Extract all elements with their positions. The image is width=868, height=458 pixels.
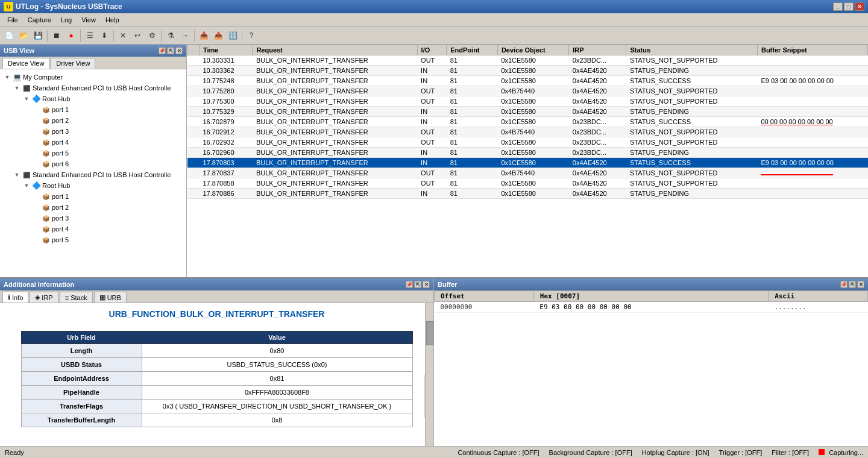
- table-row[interactable]: 17.870858BULK_OR_INTERRUPT_TRANSFEROUT81…: [187, 178, 868, 189]
- col-buf[interactable]: Buffer Snippet: [757, 45, 867, 55]
- table-cell: BULK_OR_INTERRUPT_TRANSFER: [253, 168, 417, 178]
- tree-item-pci2[interactable]: ▼ ⬛ Standard Enhanced PCI to USB Host Co…: [2, 169, 184, 180]
- table-row[interactable]: 17.870803BULK_OR_INTERRUPT_TRANSFERIN810…: [187, 158, 868, 168]
- table-row[interactable]: 16.702912BULK_OR_INTERRUPT_TRANSFEROUT81…: [187, 127, 868, 137]
- col-status[interactable]: Status: [626, 45, 758, 55]
- minimize-button[interactable]: _: [833, 2, 843, 11]
- table-row[interactable]: 17.870886BULK_OR_INTERRUPT_TRANSFERIN810…: [187, 189, 868, 199]
- table-cell: BULK_OR_INTERRUPT_TRANSFER: [253, 189, 417, 199]
- tree-item-port1-1[interactable]: 📦 port 1: [2, 104, 184, 115]
- tab-irp[interactable]: ◈ IRP: [30, 292, 58, 303]
- tab-stack[interactable]: ≡ Stack: [60, 292, 93, 303]
- table-cell: 10.303362: [200, 66, 253, 76]
- tab-info[interactable]: ℹ Info: [2, 292, 28, 303]
- menu-file[interactable]: File: [2, 15, 23, 25]
- tree-item-port2-4[interactable]: 📦 port 4: [2, 224, 184, 234]
- expand-icon: [31, 127, 41, 136]
- table-row[interactable]: 10.303331BULK_OR_INTERRUPT_TRANSFEROUT81…: [187, 55, 868, 66]
- maximize-button[interactable]: □: [844, 2, 854, 11]
- menu-view[interactable]: View: [77, 15, 101, 25]
- tree-item-port2-3[interactable]: 📦 port 3: [2, 213, 184, 224]
- buffer-content[interactable]: Offset Hex [0007] Ascii 00000000 E9 03 0…: [434, 290, 868, 446]
- arrow-button[interactable]: →: [178, 29, 192, 42]
- expand-icon[interactable]: ▼: [2, 72, 12, 82]
- info-pin-button[interactable]: 📌: [406, 281, 413, 288]
- table-row[interactable]: 16.702960BULK_OR_INTERRUPT_TRANSFERIN810…: [187, 148, 868, 158]
- record-button[interactable]: ●: [64, 29, 78, 42]
- info-scrollbar[interactable]: [425, 303, 433, 446]
- tree-item-port2-2[interactable]: 📦 port 2: [2, 202, 184, 213]
- delete-button[interactable]: ✕: [116, 29, 130, 42]
- col-devobj[interactable]: Device Object: [497, 45, 568, 55]
- info-value: 0x81: [142, 372, 412, 386]
- col-time[interactable]: Time: [200, 45, 253, 55]
- info-close-button[interactable]: ✕: [423, 281, 430, 288]
- table-row[interactable]: 10.775329BULK_OR_INTERRUPT_TRANSFERIN810…: [187, 107, 868, 117]
- col-request[interactable]: Request: [253, 45, 417, 55]
- col-endpoint[interactable]: EndPoint: [447, 45, 498, 55]
- expand-icon[interactable]: ▼: [22, 181, 31, 190]
- port-icon: 📦: [41, 149, 51, 157]
- help-button[interactable]: ?: [245, 29, 258, 42]
- undo-button[interactable]: ↩: [131, 29, 144, 42]
- table-row[interactable]: 17.870837BULK_OR_INTERRUPT_TRANSFEROUT81…: [187, 168, 868, 178]
- expand-icon[interactable]: ▼: [12, 83, 22, 93]
- scroll-thumb[interactable]: [426, 321, 433, 345]
- tree-item-port2-1[interactable]: 📦 port 1: [2, 191, 184, 202]
- buffer-close-button[interactable]: ✕: [857, 281, 864, 288]
- log-table: Time Request I/O EndPoint Device Object …: [187, 45, 868, 199]
- tree-item-port1-6[interactable]: 📦 port 6: [2, 158, 184, 169]
- tree-item-port1-4[interactable]: 📦 port 4: [2, 137, 184, 148]
- tree-item-label: Root Hub: [42, 182, 70, 189]
- table-row[interactable]: 16.702879BULK_OR_INTERRUPT_TRANSFERIN810…: [187, 117, 868, 127]
- tab-urb[interactable]: ▦ URB: [94, 292, 127, 303]
- info-button[interactable]: 🔢: [226, 29, 239, 42]
- tree-item-port1-2[interactable]: 📦 port 2: [2, 115, 184, 126]
- tree-item-port1-3[interactable]: 📦 port 3: [2, 126, 184, 137]
- expand-icon[interactable]: ▼: [22, 94, 31, 104]
- close-button[interactable]: ✕: [855, 2, 864, 11]
- list-button[interactable]: ☰: [83, 29, 96, 42]
- down-button[interactable]: ⬇: [98, 29, 111, 42]
- info-float-button[interactable]: ⇱: [414, 281, 421, 288]
- table-cell: [187, 96, 200, 107]
- expand-icon[interactable]: ▼: [12, 170, 22, 180]
- menu-capture[interactable]: Capture: [23, 15, 56, 25]
- table-cell: BULK_OR_INTERRUPT_TRANSFER: [253, 148, 417, 158]
- table-row[interactable]: 10.303362BULK_OR_INTERRUPT_TRANSFERIN810…: [187, 66, 868, 76]
- tab-driver-view[interactable]: Driver View: [51, 58, 95, 69]
- tree-item-pci1[interactable]: ▼ ⬛ Standard Enhanced PCI to USB Host Co…: [2, 83, 184, 93]
- stop-button[interactable]: ⏹: [50, 29, 63, 42]
- app-icon: U: [4, 2, 13, 11]
- tab-device-view[interactable]: Device View: [2, 58, 49, 69]
- tree-item-roothub1[interactable]: ▼ 🔷 Root Hub: [2, 93, 184, 104]
- filter-icon-btn[interactable]: ⚙: [145, 29, 159, 42]
- table-cell: 0x4AE4520: [569, 76, 626, 86]
- tree-item-roothub2[interactable]: ▼ 🔷 Root Hub: [2, 180, 184, 191]
- tree-item-mycomputer[interactable]: ▼ 💻 My Computer: [2, 72, 184, 83]
- panel-close-button[interactable]: ✕: [175, 47, 183, 54]
- import-button[interactable]: 📥: [197, 29, 210, 42]
- col-irp[interactable]: IRP: [569, 45, 626, 55]
- log-table-container[interactable]: Time Request I/O EndPoint Device Object …: [187, 45, 868, 277]
- panel-float-button[interactable]: ⇱: [167, 47, 174, 54]
- buffer-float-button[interactable]: ⇱: [849, 281, 856, 288]
- table-row[interactable]: 10.775248BULK_OR_INTERRUPT_TRANSFERIN810…: [187, 76, 868, 86]
- save-button[interactable]: 💾: [31, 29, 45, 42]
- export-button[interactable]: 📤: [212, 29, 225, 42]
- col-io[interactable]: I/O: [417, 45, 447, 55]
- table-row[interactable]: 10.775280BULK_OR_INTERRUPT_TRANSFEROUT81…: [187, 86, 868, 96]
- table-cell: 10.303331: [200, 55, 253, 66]
- open-button[interactable]: 📂: [17, 29, 30, 42]
- table-row[interactable]: 16.702932BULK_OR_INTERRUPT_TRANSFEROUT81…: [187, 137, 868, 148]
- funnel-button[interactable]: ⚗: [164, 29, 177, 42]
- menu-help[interactable]: Help: [101, 15, 124, 25]
- tree-item-port2-5[interactable]: 📦 port 5: [2, 234, 184, 245]
- menu-log[interactable]: Log: [56, 15, 77, 25]
- buffer-pin-button[interactable]: 📌: [840, 281, 848, 288]
- table-row[interactable]: 10.775300BULK_OR_INTERRUPT_TRANSFEROUT81…: [187, 96, 868, 107]
- panel-pin-button[interactable]: 📌: [159, 47, 166, 54]
- new-button[interactable]: 📄: [2, 29, 16, 42]
- tree-item-port1-5[interactable]: 📦 port 5: [2, 148, 184, 158]
- usb-tree[interactable]: ▼ 💻 My Computer ▼ ⬛ Standard Enhanced PC…: [0, 69, 186, 277]
